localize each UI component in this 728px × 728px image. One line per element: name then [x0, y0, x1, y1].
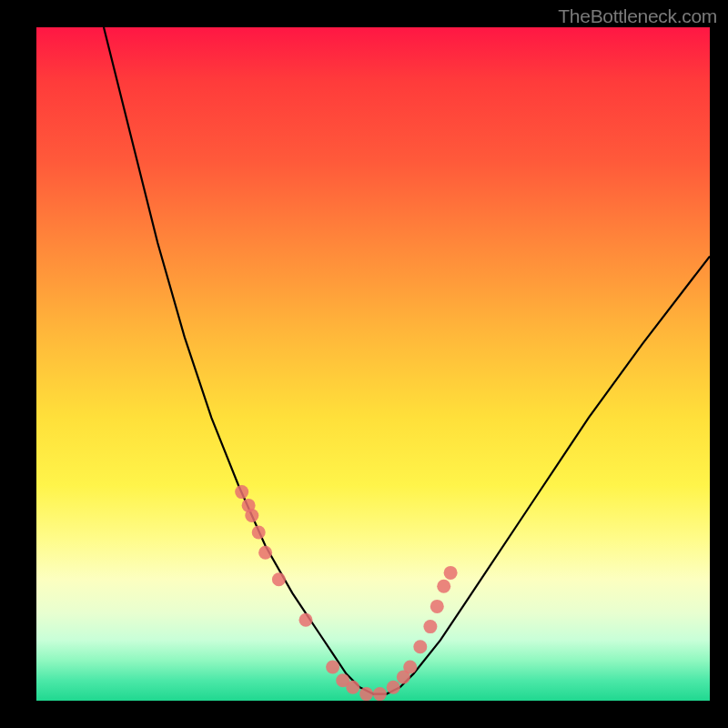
watermark-text: TheBottleneck.com — [558, 5, 717, 27]
data-point — [252, 526, 266, 540]
data-point — [423, 620, 437, 633]
data-markers — [235, 485, 457, 701]
data-point — [437, 580, 450, 593]
data-point — [235, 485, 248, 499]
curve-line — [104, 27, 710, 694]
data-point — [359, 687, 373, 701]
data-point — [245, 509, 258, 522]
data-point — [299, 613, 313, 627]
data-point — [346, 681, 359, 694]
data-point — [272, 572, 286, 586]
data-point — [258, 546, 272, 560]
data-point — [403, 661, 417, 674]
data-point — [373, 687, 387, 701]
data-point — [413, 640, 427, 653]
data-point — [387, 681, 400, 694]
data-point — [326, 661, 339, 674]
chart-svg — [36, 27, 710, 701]
data-point — [444, 566, 458, 580]
data-point — [430, 600, 444, 613]
chart-plot-area — [36, 27, 710, 701]
